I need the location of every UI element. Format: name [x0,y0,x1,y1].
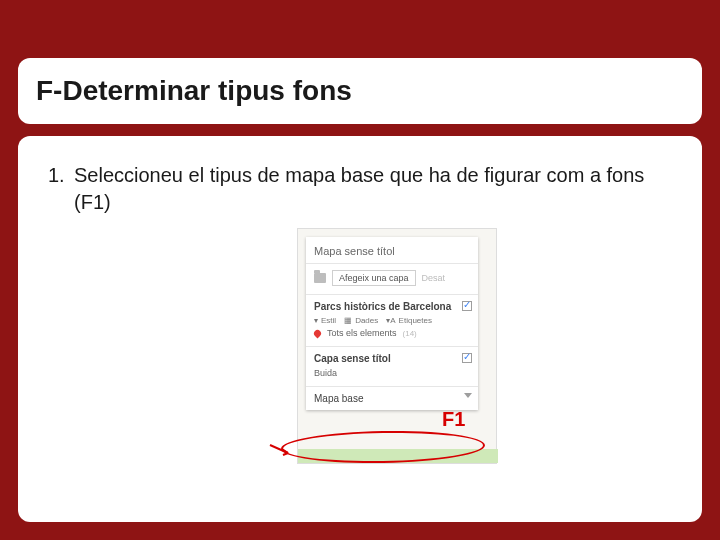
folder-icon [314,273,326,283]
chevron-down-icon[interactable] [464,393,472,398]
layer-empty[interactable]: Capa sense títol Buida [306,347,478,387]
checkbox-icon[interactable] [462,301,472,311]
panel-tools: Afegeix una capa Desat [306,264,478,295]
panel-header: Mapa sense títol [306,237,478,264]
map-title[interactable]: Mapa sense títol [314,245,470,257]
base-map-label: Mapa base [314,393,363,404]
checkbox-icon[interactable] [462,353,472,363]
layer-name: Parcs històrics de Barcelona [314,301,470,312]
content-card: 1. Seleccioneu el tipus de mapa base que… [18,136,702,522]
empty-label: Buida [314,368,470,378]
step-text: Seleccioneu el tipus de mapa base que ha… [74,162,672,216]
layer-toolbar: ▾ Estil ▦ Dades ▾A Etiquetes [314,316,470,325]
step-number: 1. [48,162,74,216]
add-layer-button[interactable]: Afegeix una capa [332,270,416,286]
labels-chip[interactable]: ▾A Etiquetes [386,316,432,325]
title-card: F-Determinar tipus fons [18,58,702,124]
layer2-name: Capa sense títol [314,353,470,364]
mymaps-panel: Mapa sense títol Afegeix una capa Desat … [306,237,478,410]
step-1: 1. Seleccioneu el tipus de mapa base que… [48,162,672,216]
elements-count: (14) [403,329,417,338]
map-park-area [298,449,498,463]
slide-title: F-Determinar tipus fons [36,75,352,107]
all-elements-label: Tots els elements [327,328,397,338]
data-chip[interactable]: ▦ Dades [344,316,378,325]
mymaps-screenshot: Mapa sense títol Afegeix una capa Desat … [297,228,497,464]
layer-parcs[interactable]: Parcs històrics de Barcelona ▾ Estil ▦ D… [306,295,478,347]
all-elements-row[interactable]: Tots els elements (14) [314,328,470,338]
base-map-row[interactable]: Mapa base [306,387,478,410]
annotation-arrow [268,443,292,457]
pin-icon [313,328,323,338]
style-chip[interactable]: ▾ Estil [314,316,336,325]
share-status[interactable]: Desat [422,273,446,283]
